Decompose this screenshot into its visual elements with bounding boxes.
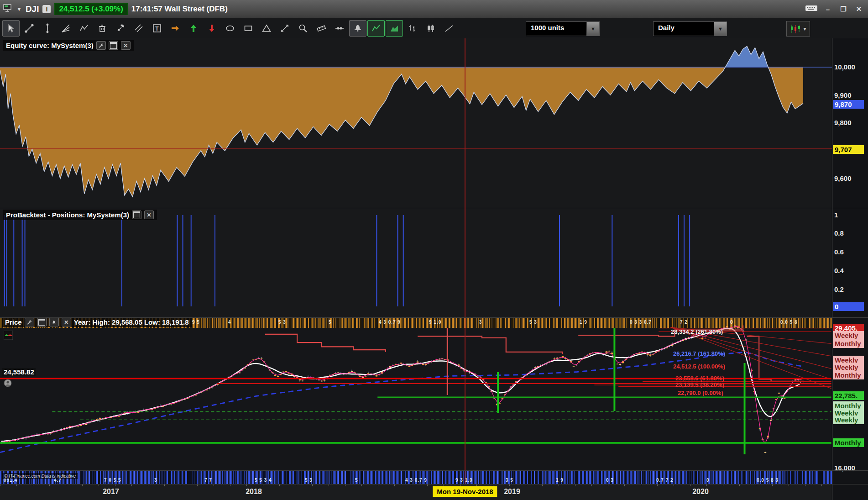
alarm-bell-tool-icon[interactable] (349, 20, 366, 37)
date-strip-digits: 1 9 (580, 320, 587, 325)
zigzag-tool-icon[interactable] (75, 20, 93, 37)
line-chart-tool-icon[interactable] (367, 20, 385, 37)
positions-axis-label: 0.6 (834, 248, 867, 256)
retracement-label: 22,790.0 (0.00%) (678, 389, 723, 396)
alert-bell-icon[interactable] (49, 318, 59, 326)
detach-window-icon[interactable] (109, 41, 118, 50)
symbol-dropdown-caret[interactable]: ▼ (16, 6, 22, 12)
price-badge: 24,512.5 (+3.09%) (54, 3, 127, 15)
volume-strip-digits: 5 (355, 478, 358, 483)
maximize-button[interactable]: ❐ (838, 4, 849, 14)
price-axis-column[interactable]: 10,0009,9009,8709,8009,7079,60010.80.60.… (832, 38, 868, 500)
drawing-tools-tool-icon[interactable] (112, 20, 129, 37)
equity-axis-label: 9,900 (834, 91, 867, 99)
date-strip-digits: 4 (228, 320, 231, 325)
retracement-label: 28,334.2 (261.80%) (671, 328, 723, 335)
arrow-down-tool-icon[interactable] (203, 20, 220, 37)
date-strip-digits: 5 3 (529, 320, 537, 325)
positions-axis-label: 0.4 (834, 267, 867, 274)
arrow-right-tool-icon[interactable] (167, 20, 184, 37)
detach-window-icon[interactable] (132, 211, 141, 219)
buy-sell-arrows-icon[interactable] (4, 331, 13, 342)
price-axis-label: Monthly (833, 339, 864, 348)
workspace-icon[interactable] (3, 4, 13, 15)
colored-candles-icon (790, 24, 801, 34)
resize-tool-icon[interactable] (276, 20, 293, 37)
year-label: 2019 (504, 488, 520, 496)
positions-panel-title: ProBacktest - Positions: MySystem(3) (6, 211, 129, 219)
extended-line-tool-icon[interactable] (331, 20, 348, 37)
date-strip-digits: 5 3 (278, 320, 286, 325)
ellipse-tool-icon[interactable] (221, 20, 239, 37)
chart-style-caret-icon[interactable]: ▼ (803, 26, 807, 32)
price-panel-header: Price ✕ Year: High: 29,568.05 Low: 18,19… (2, 317, 192, 327)
close-panel-icon[interactable]: ✕ (144, 211, 154, 219)
bar-chart-tool-icon[interactable] (404, 20, 421, 37)
mountain-chart-tool-icon[interactable] (386, 20, 403, 37)
price-chart[interactable]: 28,334.2 (261.80%)26,216.7 (161.80%)24,5… (0, 317, 832, 470)
fan-lines-tool-icon[interactable] (57, 20, 74, 37)
svg-text:T: T (155, 26, 159, 32)
crosshair-vertical-line (465, 38, 465, 484)
horizontal-level-label[interactable]: 24,558.82 (2, 368, 36, 376)
user-level-icon[interactable] (4, 379, 12, 389)
date-strip-digits: 4 3 0.7 9 (379, 320, 401, 325)
arrow-up-tool-icon[interactable] (185, 20, 202, 37)
units-dropdown-value: 1000 units (526, 22, 569, 36)
time-axis[interactable]: Mon 19-Nov-2018 2017201820192020 (0, 484, 868, 500)
cursor-tool-icon[interactable] (2, 20, 20, 37)
date-strip-digits: 0.0 5 8 (780, 320, 798, 325)
close-panel-icon[interactable]: ✕ (62, 318, 71, 326)
wrench-icon[interactable] (96, 41, 106, 50)
trash-tool-icon[interactable] (94, 20, 111, 37)
equity-curve-chart[interactable] (0, 38, 832, 208)
detach-window-icon[interactable] (37, 318, 47, 326)
tool-strip: T (0, 20, 458, 37)
close-panel-icon[interactable]: ✕ (121, 41, 131, 50)
price-axis-label: Monthly (833, 438, 864, 447)
price-axis-label: 22,785. (833, 391, 864, 400)
date-strip-digits: 7 2 (680, 320, 688, 325)
oblique-line-tool-icon[interactable] (440, 20, 458, 37)
units-dropdown[interactable]: 1000 units ▼ (526, 21, 600, 36)
zoom-tool-icon[interactable] (294, 20, 312, 37)
timeframe-dropdown-value: Daily (654, 22, 679, 36)
crosshair-date-badge: Mon 19-Nov-2018 (433, 486, 497, 497)
retracement-label: 23,558.6 (61.80%) (675, 375, 724, 382)
chart-style-button[interactable]: ▼ (786, 21, 810, 37)
volume-strip-digits: 7 7 (204, 478, 212, 483)
date-strip-digits: 9 1.0 (429, 320, 441, 325)
close-button[interactable]: ✕ (853, 4, 864, 14)
positions-chart[interactable] (0, 208, 832, 317)
segment-tool-icon[interactable] (39, 20, 56, 37)
symbol-name[interactable]: DJI (26, 4, 39, 14)
title-bar: ▼ DJI i 24,512.5 (+3.09%) 17:41:57 Wall … (0, 0, 868, 19)
equity-axis-label: 9,870 (833, 100, 864, 109)
price-axis-label: Weekly (833, 416, 864, 424)
price-axis-label: Weekly (833, 331, 864, 340)
volume-strip-digits: 5 5 3 4 (255, 478, 272, 483)
equity-panel-header: Equity curve: MySystem(3) ✕ (3, 40, 134, 51)
volume-strip-digits: 9 3 1.0 (455, 478, 473, 483)
wrench-icon[interactable] (25, 318, 34, 326)
positions-axis-label: 1 (834, 211, 867, 219)
timeframe-dropdown-caret-icon[interactable]: ▼ (714, 22, 727, 36)
volume-strip-digits: 1 9 (556, 478, 564, 483)
minimize-button[interactable]: – (822, 4, 833, 14)
volume-strip-digits: 5 3 (305, 478, 313, 483)
timeframe-dropdown[interactable]: Daily ▼ (653, 21, 727, 36)
parallel-channel-tool-icon[interactable] (130, 20, 147, 37)
rectangle-tool-icon[interactable] (240, 20, 257, 37)
info-icon[interactable]: i (42, 5, 51, 13)
trendline-tool-icon[interactable] (21, 20, 38, 37)
ruler-tool-icon[interactable] (313, 20, 330, 37)
volume-strip-digits: 0.0 5 8 3 (757, 478, 779, 483)
units-dropdown-caret-icon[interactable]: ▼ (586, 22, 599, 36)
candlestick-chart-tool-icon[interactable] (422, 20, 439, 37)
text-box-tool-icon[interactable]: T (148, 20, 166, 37)
triangle-tool-icon[interactable] (258, 20, 275, 37)
positions-axis-label: 0 (833, 302, 864, 311)
keyboard-icon[interactable] (805, 4, 818, 14)
equity-panel-title: Equity curve: MySystem(3) (6, 42, 94, 49)
volume-strip-digits: 3 (154, 478, 157, 483)
